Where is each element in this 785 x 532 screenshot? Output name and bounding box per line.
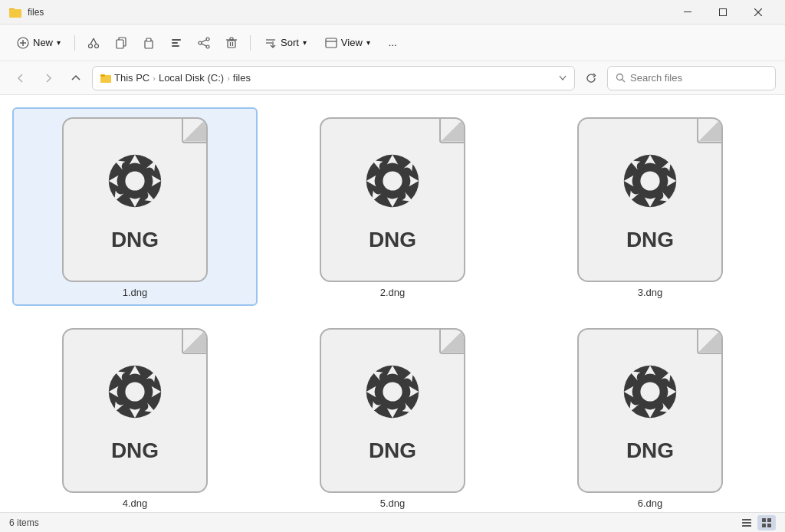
- svg-point-38: [617, 74, 623, 80]
- svg-point-51: [640, 382, 659, 401]
- svg-rect-17: [146, 38, 151, 41]
- search-input[interactable]: [630, 72, 767, 84]
- svg-rect-58: [767, 524, 771, 527]
- new-button[interactable]: New ▾: [9, 30, 68, 56]
- more-button[interactable]: ...: [381, 30, 405, 56]
- cut-icon: [87, 37, 100, 49]
- file-card: DNG: [62, 117, 208, 282]
- dng-text: DNG: [111, 438, 159, 463]
- file-item[interactable]: DNG 4.dng: [12, 318, 258, 512]
- breadcrumb[interactable]: This PC › Local Disk (C:) › files: [92, 66, 575, 90]
- dng-text: DNG: [626, 228, 674, 252]
- refresh-button[interactable]: [580, 67, 603, 90]
- file-item[interactable]: DNG 5.dng: [270, 318, 515, 512]
- paste-button[interactable]: [136, 30, 161, 56]
- svg-point-43: [383, 171, 402, 190]
- file-item[interactable]: DNG 3.dng: [527, 107, 773, 306]
- back-icon: [16, 74, 25, 83]
- svg-line-24: [202, 40, 206, 42]
- minimize-button[interactable]: [670, 0, 705, 25]
- delete-button[interactable]: [219, 30, 244, 56]
- folder-breadcrumb-icon: [100, 73, 111, 84]
- dng-aperture-icon: [616, 357, 685, 426]
- forward-icon: [44, 74, 53, 83]
- svg-rect-34: [326, 38, 337, 48]
- breadcrumb-sep-2: ›: [227, 74, 230, 83]
- new-icon: [17, 37, 29, 49]
- file-card: DNG: [62, 328, 208, 493]
- view-label: View: [341, 37, 363, 48]
- svg-point-49: [383, 382, 402, 401]
- svg-line-12: [90, 38, 94, 44]
- file-grid: DNG 1.dng: [12, 107, 773, 512]
- svg-point-23: [206, 45, 209, 48]
- dng-aperture-icon: [358, 146, 427, 215]
- close-button[interactable]: [741, 0, 776, 25]
- file-card: DNG: [320, 328, 465, 493]
- file-icon-wrapper: DNG: [573, 115, 727, 284]
- back-button[interactable]: [9, 67, 32, 90]
- file-card: DNG: [320, 117, 465, 282]
- file-item[interactable]: DNG 1.dng: [12, 107, 258, 306]
- file-icon-wrapper: DNG: [316, 115, 469, 284]
- file-item[interactable]: DNG 2.dng: [270, 107, 515, 306]
- copy-button[interactable]: [109, 30, 133, 56]
- svg-point-21: [206, 38, 209, 41]
- file-name: 3.dng: [638, 287, 663, 298]
- breadcrumb-sep-1: ›: [153, 74, 156, 83]
- item-count: 6 items: [9, 517, 39, 528]
- share-button[interactable]: [192, 30, 216, 56]
- dng-aperture-icon: [616, 146, 685, 215]
- svg-rect-57: [762, 524, 766, 527]
- sort-button[interactable]: Sort ▾: [257, 30, 314, 56]
- breadcrumb-localdisk[interactable]: Local Disk (C:): [159, 72, 224, 84]
- maximize-button[interactable]: [705, 0, 741, 25]
- dng-aperture-icon: [100, 357, 169, 426]
- dng-text: DNG: [626, 438, 674, 463]
- svg-rect-37: [100, 74, 105, 77]
- file-card: DNG: [577, 117, 723, 282]
- search-bar[interactable]: [607, 66, 776, 90]
- dng-text: DNG: [111, 228, 159, 252]
- file-card: DNG: [577, 328, 723, 493]
- dng-aperture-icon: [100, 146, 169, 215]
- dng-text: DNG: [369, 438, 416, 463]
- forward-button[interactable]: [37, 67, 60, 90]
- svg-rect-55: [762, 518, 766, 522]
- toolbar-separator-1: [74, 35, 75, 51]
- cut-button[interactable]: [81, 30, 106, 56]
- file-name: 5.dng: [380, 498, 406, 509]
- svg-line-25: [202, 44, 206, 46]
- new-label: New: [33, 37, 53, 48]
- list-view-button[interactable]: [737, 515, 756, 530]
- file-name: 1.dng: [123, 287, 148, 298]
- breadcrumb-thispc[interactable]: This PC: [114, 72, 149, 84]
- breadcrumb-files[interactable]: files: [233, 72, 251, 84]
- copy-icon: [115, 37, 127, 49]
- grid-view-icon: [761, 517, 772, 528]
- svg-line-39: [622, 80, 626, 83]
- svg-point-10: [89, 44, 93, 48]
- svg-rect-19: [172, 42, 178, 44]
- dng-text: DNG: [369, 228, 416, 252]
- grid-view-button[interactable]: [757, 515, 776, 530]
- file-name: 6.dng: [638, 498, 663, 509]
- up-button[interactable]: [64, 67, 87, 90]
- title-bar: files: [0, 0, 785, 25]
- dng-aperture-icon: [358, 357, 427, 426]
- file-item[interactable]: DNG 6.dng: [527, 318, 773, 512]
- rename-button[interactable]: [164, 30, 189, 56]
- toolbar-separator-2: [250, 35, 251, 51]
- sort-label: Sort: [281, 37, 299, 48]
- svg-rect-3: [684, 11, 691, 12]
- up-icon: [71, 74, 80, 83]
- file-name: 2.dng: [380, 287, 406, 298]
- svg-rect-20: [172, 45, 179, 47]
- view-button[interactable]: View ▾: [317, 30, 378, 56]
- folder-icon: [9, 6, 21, 18]
- svg-rect-54: [742, 525, 751, 527]
- svg-rect-53: [742, 522, 751, 524]
- search-icon: [616, 73, 626, 83]
- breadcrumb-dropdown-button[interactable]: [559, 72, 567, 84]
- svg-point-41: [125, 171, 144, 190]
